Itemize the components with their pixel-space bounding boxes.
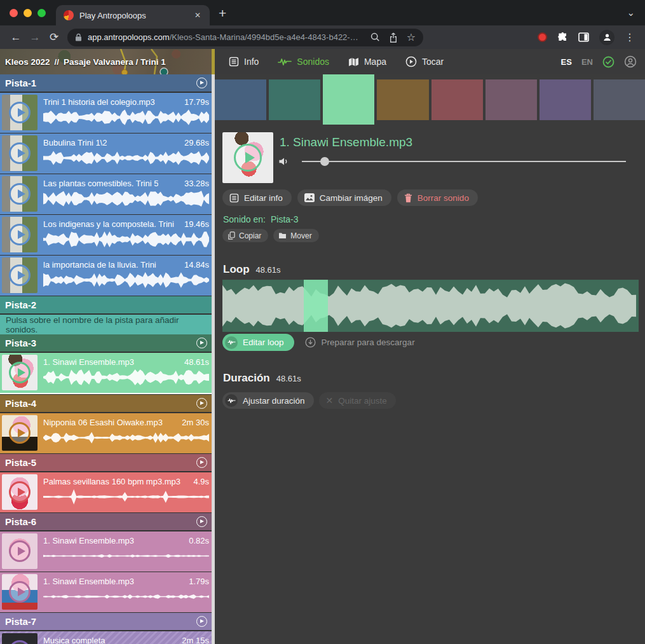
tab-info[interactable]: Info — [229, 57, 259, 67]
tab-mapa[interactable]: Mapa — [348, 57, 386, 67]
volume-slider-handle[interactable] — [320, 157, 329, 166]
browser-tab[interactable]: Play Antropoloops ✕ — [56, 5, 210, 25]
clip-play-icon[interactable] — [9, 264, 31, 286]
loop-waveform-panel[interactable] — [222, 280, 639, 332]
tab-close-icon[interactable]: ✕ — [192, 10, 203, 21]
clip-name[interactable]: 1. Sinawi Ensemble.mp3 — [43, 357, 134, 367]
remove-adjust-button[interactable]: ✕ Quitar ajuste — [319, 392, 396, 409]
clip-waveform[interactable] — [43, 548, 209, 564]
clip-waveform[interactable] — [43, 150, 209, 166]
clip-name[interactable]: Trini 1 historia del colegio.mp3 — [43, 97, 155, 107]
clip-row[interactable]: Los indigenas y la compostela. Trini19.4… — [0, 215, 215, 255]
clip-row[interactable]: Trini 1 historia del colegio.mp317.79s — [0, 93, 215, 133]
track-name[interactable]: Pista-4 — [5, 398, 36, 409]
clip-row[interactable]: Palmas sevillanas 160 bpm mp3.mp34.9s — [0, 472, 215, 512]
close-window-button[interactable] — [10, 9, 18, 17]
track-play-icon[interactable] — [196, 516, 207, 527]
saved-check-icon[interactable] — [602, 56, 614, 68]
clip-waveform[interactable] — [43, 231, 209, 247]
clip-name[interactable]: Las plantas comestibles. Trini 5 — [43, 179, 158, 188]
clip-thumbnail[interactable] — [2, 135, 37, 171]
volume-icon[interactable] — [278, 156, 289, 167]
clip-play-icon[interactable] — [9, 581, 31, 603]
track-play-icon[interactable] — [196, 457, 207, 468]
clip-waveform[interactable] — [43, 191, 209, 207]
track-play-icon[interactable] — [196, 616, 207, 627]
track-color-swatch-3[interactable] — [323, 74, 374, 125]
clip-name[interactable]: Los indigenas y la compostela. Trini — [43, 219, 174, 229]
track-name[interactable]: Pista-1 — [5, 78, 36, 88]
clip-row[interactable]: 1. Sinawi Ensemble.mp31.79s — [0, 572, 215, 612]
clip-waveform[interactable] — [43, 272, 209, 288]
track-name[interactable]: Pista-6 — [5, 516, 36, 527]
clip-name[interactable]: Musica completa — [43, 636, 105, 644]
clip-name[interactable]: Nipponia 06 Esashi Oiwake.mp3 — [43, 418, 163, 427]
minimap-breadcrumb[interactable]: Kleos 2022 // Pasaje Valvanera / Trini 1 — [0, 49, 215, 74]
clip-row[interactable]: Las plantas comestibles. Trini 533.28s — [0, 174, 215, 214]
clip-waveform[interactable] — [43, 109, 209, 125]
track-header-pista-5[interactable]: Pista-5 — [0, 454, 215, 471]
track-color-swatch-2[interactable] — [269, 79, 320, 120]
lang-es-button[interactable]: ES — [561, 57, 572, 67]
sound-image[interactable] — [222, 132, 273, 183]
clip-play-icon[interactable] — [9, 481, 31, 503]
track-color-swatch-7[interactable] — [540, 79, 591, 120]
track-header-pista-1[interactable]: Pista-1 — [0, 74, 215, 92]
clip-row[interactable]: Nipponia 06 Esashi Oiwake.mp32m 30s — [0, 413, 215, 453]
clip-row[interactable]: 1. Sinawi Ensemble.mp30.82s — [0, 531, 215, 572]
tab-tocar[interactable]: Tocar — [405, 56, 444, 67]
clip-play-icon[interactable] — [9, 142, 31, 164]
forward-button[interactable]: → — [25, 31, 44, 44]
lang-en-button[interactable]: EN — [581, 57, 593, 67]
breadcrumb[interactable]: Kleos 2022 // Pasaje Valvanera / Trini 1 — [5, 49, 166, 74]
zoom-window-button[interactable] — [37, 9, 46, 17]
clip-play-icon[interactable] — [9, 540, 31, 562]
clip-thumbnail[interactable] — [2, 415, 37, 451]
record-extension-icon[interactable] — [538, 32, 547, 42]
clip-name[interactable]: la importancia de la lluvia. Trini — [43, 260, 156, 270]
track-header-pista-2[interactable]: Pista-2 — [0, 296, 215, 313]
track-color-swatch-1[interactable] — [215, 79, 266, 120]
track-name[interactable]: Pista-3 — [5, 338, 36, 348]
adjust-duration-button[interactable]: Ajustar duración — [222, 392, 314, 409]
clip-waveform[interactable] — [43, 369, 209, 385]
clip-waveform[interactable] — [43, 430, 209, 446]
track-header-pista-7[interactable]: Pista-7 — [0, 613, 215, 630]
change-image-button[interactable]: Cambiar imágen — [297, 189, 391, 206]
track-color-swatch-6[interactable] — [485, 79, 537, 120]
track-name[interactable]: Pista-7 — [5, 616, 36, 627]
clip-thumbnail[interactable] — [2, 217, 37, 252]
clip-play-icon[interactable] — [9, 422, 31, 444]
sound-play-icon[interactable] — [234, 144, 262, 172]
track-name[interactable]: Pista-5 — [5, 457, 36, 468]
minimize-window-button[interactable] — [24, 9, 32, 17]
tab-search-chevron-icon[interactable]: ⌄ — [627, 7, 635, 18]
track-color-swatch-8[interactable] — [594, 79, 645, 120]
clip-row-selected[interactable]: 1. Sinawi Ensemble.mp348.61s — [0, 353, 215, 394]
track-link[interactable]: Pista-3 — [271, 214, 299, 224]
clip-thumbnail[interactable] — [2, 176, 37, 212]
copy-button[interactable]: Copiar — [222, 229, 268, 242]
reload-button[interactable]: ⟳ — [44, 31, 64, 44]
track-color-swatch-4[interactable] — [377, 79, 428, 120]
browser-menu-icon[interactable]: ⋮ — [625, 31, 635, 43]
clip-name[interactable]: 1. Sinawi Ensemble.mp3 — [43, 577, 134, 586]
clip-thumbnail[interactable] — [2, 257, 37, 293]
clip-waveform[interactable] — [43, 489, 209, 505]
address-bar[interactable]: app.antropoloops.com/Kleos-Santa-Marina/… — [67, 29, 423, 46]
loop-waveform[interactable] — [222, 280, 639, 332]
breadcrumb-project[interactable]: Kleos 2022 — [5, 57, 50, 67]
clip-play-icon[interactable] — [9, 362, 31, 383]
clip-thumbnail[interactable] — [2, 95, 37, 130]
new-tab-button[interactable]: + — [219, 6, 226, 20]
delete-sound-button[interactable]: Borrar sonido — [397, 189, 478, 206]
track-header-pista-4[interactable]: Pista-4 — [0, 395, 215, 412]
bookmark-star-icon[interactable]: ☆ — [407, 31, 416, 43]
account-icon[interactable] — [624, 55, 637, 68]
volume-slider[interactable] — [302, 161, 626, 162]
clip-name[interactable]: 1. Sinawi Ensemble.mp3 — [43, 536, 134, 545]
clip-play-icon[interactable] — [9, 183, 31, 205]
clip-name[interactable]: Palmas sevillanas 160 bpm mp3.mp3 — [43, 477, 180, 486]
track-name[interactable]: Pista-2 — [5, 299, 36, 310]
breadcrumb-path[interactable]: Pasaje Valvanera / Trini 1 — [64, 57, 166, 67]
